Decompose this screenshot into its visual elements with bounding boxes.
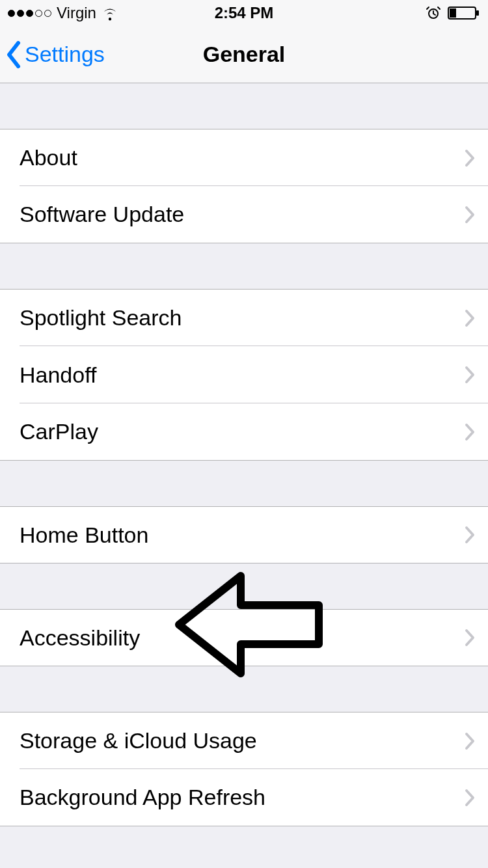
cell-label: Accessibility <box>20 625 465 651</box>
cell-label: CarPlay <box>20 419 465 444</box>
settings-list: About Software Update Spotlight Search H… <box>0 83 488 826</box>
carrier-label: Virgin <box>57 4 96 22</box>
battery-icon <box>448 6 480 20</box>
chevron-right-icon <box>465 789 475 807</box>
cell-carplay[interactable]: CarPlay <box>0 403 488 461</box>
cell-handoff[interactable]: Handoff <box>0 346 488 403</box>
cell-label: Spotlight Search <box>20 305 465 331</box>
cell-label: Home Button <box>20 522 465 548</box>
cell-background-app-refresh[interactable]: Background App Refresh <box>0 769 488 826</box>
cell-storage-icloud[interactable]: Storage & iCloud Usage <box>0 712 488 769</box>
chevron-right-icon <box>465 629 475 647</box>
page-title: General <box>203 42 286 67</box>
status-time: 2:54 PM <box>215 4 274 22</box>
svg-rect-2 <box>476 10 479 16</box>
cell-label: Handoff <box>20 362 465 388</box>
chevron-right-icon <box>465 149 475 167</box>
svg-rect-3 <box>450 8 456 18</box>
cell-software-update[interactable]: Software Update <box>0 186 488 243</box>
wifi-icon <box>102 5 118 21</box>
chevron-right-icon <box>465 309 475 327</box>
signal-strength-icon <box>8 10 51 17</box>
cell-label: About <box>20 145 465 170</box>
alarm-icon <box>426 5 441 21</box>
chevron-right-icon <box>465 526 475 544</box>
nav-bar: Settings General <box>0 26 488 83</box>
back-button[interactable]: Settings <box>5 41 105 68</box>
cell-home-button[interactable]: Home Button <box>0 506 488 563</box>
status-bar: Virgin 2:54 PM <box>0 0 488 26</box>
cell-accessibility[interactable]: Accessibility <box>0 609 488 666</box>
chevron-right-icon <box>465 206 475 224</box>
chevron-right-icon <box>465 366 475 384</box>
cell-label: Background App Refresh <box>20 785 465 810</box>
chevron-right-icon <box>465 732 475 750</box>
cell-label: Storage & iCloud Usage <box>20 728 465 753</box>
cell-label: Software Update <box>20 202 465 227</box>
back-label: Settings <box>25 42 105 67</box>
cell-about[interactable]: About <box>0 129 488 186</box>
chevron-right-icon <box>465 423 475 441</box>
cell-spotlight-search[interactable]: Spotlight Search <box>0 289 488 346</box>
chevron-left-icon <box>5 41 22 68</box>
